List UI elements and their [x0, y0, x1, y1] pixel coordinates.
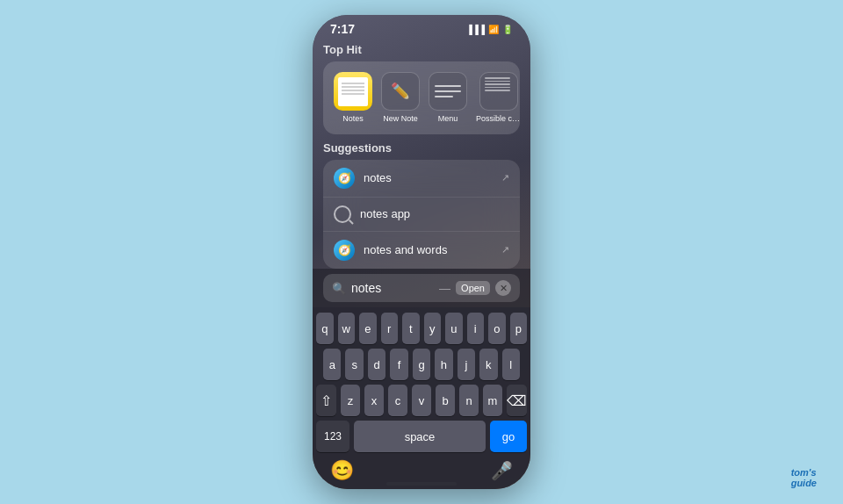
key-g[interactable]: g [413, 349, 430, 380]
menu-icon [429, 72, 467, 111]
suggestion-text-notes: notes [364, 171, 493, 184]
phone-frame: 7:17 ▐▐▐ 📶 🔋 Top Hit Notes ✏️ [313, 15, 530, 489]
key-j[interactable]: j [458, 349, 475, 380]
key-t[interactable]: t [402, 313, 420, 344]
safari-icon-1: 🧭 [334, 168, 355, 189]
key-e[interactable]: e [359, 313, 377, 344]
key-o[interactable]: o [488, 313, 506, 344]
suggestions-label: Suggestions [323, 141, 520, 155]
key-n[interactable]: n [459, 385, 479, 416]
status-bar: 7:17 ▐▐▐ 📶 🔋 [313, 15, 530, 40]
key-b[interactable]: b [436, 385, 455, 416]
key-v[interactable]: v [412, 385, 431, 416]
safari-icon-2: 🧭 [334, 240, 355, 261]
arrow-icon-1: ↗ [501, 172, 509, 184]
spotlight-area: Top Hit Notes ✏️ New Note [313, 40, 530, 269]
delete-key[interactable]: ⌫ [507, 385, 527, 416]
key-u[interactable]: u [445, 313, 463, 344]
key-i[interactable]: i [467, 313, 485, 344]
keyboard-row-3: ⇧ z x c v b n m ⌫ [316, 385, 527, 416]
wifi-icon: 📶 [488, 25, 499, 34]
c3 [485, 83, 510, 85]
key-w[interactable]: w [338, 313, 356, 344]
menu-line-2 [435, 90, 461, 92]
key-p[interactable]: p [510, 313, 528, 344]
numbers-key[interactable]: 123 [316, 421, 349, 452]
c5 [485, 90, 510, 91]
key-s[interactable]: s [345, 349, 363, 380]
key-m[interactable]: m [483, 385, 502, 416]
keyboard: q w e r t y u i o p a s d f g h j k [313, 307, 530, 456]
top-hit-card: Notes ✏️ New Note Menu [323, 61, 520, 134]
toms-guide-line2: guide [791, 478, 817, 488]
key-r[interactable]: r [381, 313, 399, 344]
bottom-bar: 😊 🎤 [313, 456, 530, 489]
toms-guide-line1: tom's [791, 467, 817, 478]
toms-guide-watermark: tom's guide [791, 467, 817, 488]
keyboard-row-2: a s d f g h j k l [316, 349, 527, 380]
arrow-icon-2: ↗ [501, 244, 509, 256]
app-label-new-note: New Note [383, 114, 418, 124]
space-key[interactable]: space [354, 421, 486, 452]
key-l[interactable]: l [502, 349, 520, 380]
top-hit-label: Top Hit [323, 43, 520, 56]
pencil-icon: ✏️ [391, 82, 410, 101]
c1 [485, 77, 510, 79]
cruises-icon [479, 72, 518, 111]
keyboard-row-4: 123 space go [316, 421, 527, 452]
key-x[interactable]: x [364, 385, 384, 416]
app-item-cruises[interactable]: Possible cruises to… [476, 72, 522, 124]
key-d[interactable]: d [368, 349, 385, 380]
suggestions-card: 🧭 notes ↗ notes app 🧭 notes and words ↗ [323, 160, 520, 269]
app-item-menu[interactable]: Menu [429, 72, 467, 124]
key-a[interactable]: a [323, 349, 341, 380]
app-item-new-note[interactable]: ✏️ New Note [381, 72, 420, 124]
menu-line-1 [435, 85, 461, 87]
menu-line-3 [435, 96, 453, 97]
suggestion-notes[interactable]: 🧭 notes ↗ [323, 160, 520, 198]
mic-icon[interactable]: 🎤 [491, 460, 513, 481]
suggestion-text-notes-app: notes app [360, 207, 509, 220]
search-bar[interactable]: 🔍 notes — Open ✕ [323, 274, 520, 302]
phone-content: 7:17 ▐▐▐ 📶 🔋 Top Hit Notes ✏️ [313, 15, 530, 489]
suggestion-notes-and-words[interactable]: 🧭 notes and words ↗ [323, 232, 520, 269]
c4 [485, 87, 510, 89]
search-bar-container: 🔍 notes — Open ✕ [313, 269, 530, 307]
key-k[interactable]: k [479, 349, 497, 380]
battery-icon: 🔋 [502, 25, 513, 34]
app-item-notes[interactable]: Notes [334, 72, 372, 124]
search-dash: — [439, 282, 450, 295]
search-icon-bar: 🔍 [332, 282, 346, 295]
key-z[interactable]: z [341, 385, 360, 416]
clear-search-button[interactable]: ✕ [495, 280, 511, 296]
key-c[interactable]: c [388, 385, 407, 416]
notes-app-icon-big [334, 72, 372, 111]
key-h[interactable]: h [435, 349, 452, 380]
key-y[interactable]: y [424, 313, 442, 344]
new-note-icon: ✏️ [381, 72, 420, 111]
status-icons: ▐▐▐ 📶 🔋 [466, 25, 513, 34]
shift-key[interactable]: ⇧ [316, 385, 336, 416]
app-label-menu: Menu [438, 114, 458, 124]
search-query-text: notes [351, 281, 434, 295]
app-label-cruises: Possible cruises to… [476, 114, 522, 124]
search-open-badge: Open [456, 281, 490, 295]
key-f[interactable]: f [390, 349, 407, 380]
emoji-icon[interactable]: 😊 [330, 459, 354, 482]
signal-icon: ▐▐▐ [466, 25, 485, 34]
app-label-notes: Notes [342, 114, 364, 124]
suggestion-text-notes-words: notes and words [364, 243, 493, 256]
key-q[interactable]: q [316, 313, 334, 344]
keyboard-row-1: q w e r t y u i o p [316, 313, 527, 344]
c2 [485, 81, 510, 83]
go-key[interactable]: go [490, 421, 527, 452]
status-time: 7:17 [330, 22, 355, 36]
suggestion-notes-app[interactable]: notes app [323, 198, 520, 232]
search-icon-suggestion [334, 205, 351, 223]
